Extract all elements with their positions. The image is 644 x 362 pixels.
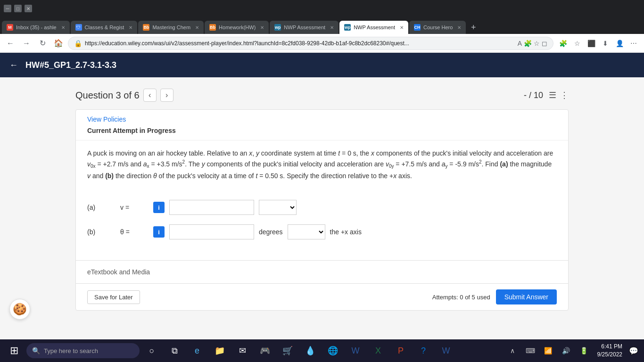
refresh-button[interactable]: ↻ [36,37,49,50]
url-text: https://education.wiley.com/was/ui/v2/as… [85,40,515,47]
amazon-button[interactable]: 🛒 [277,340,298,361]
tab-close-nwp2[interactable]: ✕ [400,25,404,30]
browser-actions: 🧩 ☆ ⬛ ⬇ 👤 ⋯ [556,37,640,50]
main-content: Question 3 of 6 ‹ › - / 10 ☰ ⋮ View Poli… [0,77,644,339]
view-policies-link[interactable]: View Policies [76,110,568,125]
submit-answer-button[interactable]: Submit Answer [496,289,557,304]
profile-btn[interactable]: 👤 [613,37,626,50]
tab-bar: M Inbox (35) - ashle ✕ 🛡 Classes & Regis… [0,17,644,34]
powerpoint-button[interactable]: P [390,340,411,361]
save-for-later-button[interactable]: Save for Later [87,290,140,304]
answer-area: (a) v = i m/s km/h ft/s (b) θ = i [76,192,568,260]
part-b-row: (b) θ = i degrees above below the +x axi… [87,224,557,239]
problem-line1: A puck is moving on an air hockey table.… [87,148,557,181]
part-b-info-button[interactable]: i [153,226,165,238]
start-button[interactable]: ⊞ [4,340,25,361]
clock-time: 6:41 PM [597,343,622,351]
extensions-btn[interactable]: 🧩 [556,37,570,50]
app-title: HW#5_GP1_2.7-3.1-3.3 [25,60,116,70]
menu-btn[interactable]: ⋯ [627,37,640,50]
nwp1-favicon: wp [274,24,281,31]
list-icon[interactable]: ☰ [549,90,556,100]
dropbox-button[interactable]: 💧 [300,340,321,361]
extensions-icon[interactable]: 🧩 [524,40,532,47]
app-back-button[interactable]: ← [9,60,18,70]
app-header: ← HW#5_GP1_2.7-3.1-3.3 [0,53,644,77]
cookie-icon[interactable]: 🍪 [9,299,30,320]
part-a-input[interactable] [169,200,254,215]
home-button[interactable]: 🏠 [52,37,65,50]
prev-question-button[interactable]: ‹ [143,89,157,102]
question-label: Question 3 of 6 [75,90,140,101]
battery-icon[interactable]: 🔋 [576,340,593,361]
new-tab-button[interactable]: + [467,21,480,34]
favorites-icon[interactable]: ☆ [534,40,540,47]
help-button[interactable]: ? [413,340,434,361]
tab-classes[interactable]: 🛡 Classes & Regist ✕ [71,21,138,34]
part-b-variable: θ = [120,228,149,236]
tab-close-homework[interactable]: ✕ [260,25,264,30]
collections-btn[interactable]: ⬛ [585,37,598,50]
nwp2-favicon: wp [344,24,351,31]
tab-close-classes[interactable]: ✕ [129,25,132,30]
content-card: View Policies Current Attempt in Progres… [75,109,569,311]
clock-date: 9/25/2022 [597,351,622,359]
notification-icon[interactable]: 💬 [627,346,640,355]
degrees-label: degrees [259,228,283,236]
reading-mode-icon[interactable]: A [518,40,522,47]
etextbook-label: eTextbook and Media [87,268,150,276]
tab-label: Homework(HW) [219,25,256,30]
forward-button[interactable]: → [20,37,33,50]
brave-button[interactable]: 🌐 [322,340,343,361]
back-button[interactable]: ← [4,37,17,50]
excel-button[interactable]: X [368,340,388,361]
address-bar[interactable]: 🔒 https://education.wiley.com/was/ui/v2/… [68,37,553,50]
attempts-text: Attempts: 0 of 5 used [432,294,490,301]
etextbook-row[interactable]: eTextbook and Media [76,260,568,283]
mastering-favicon: Bb [143,24,149,31]
part-b-direction-select[interactable]: above below [288,224,325,239]
minimize-btn[interactable]: ─ [4,5,11,12]
more-icon[interactable]: ⋮ [560,90,569,100]
network-icon[interactable]: 📶 [540,340,557,361]
cortana-button[interactable]: ○ [141,340,162,361]
part-b-input[interactable] [169,224,254,239]
taskbar-search-icon: 🔍 [32,347,40,354]
axis-label: the +x axis [330,228,362,236]
tab-label: Course Hero [423,25,453,30]
tab-close-coursehero[interactable]: ✕ [457,25,461,30]
tab-coursehero[interactable]: CH Course Hero ✕ [409,21,466,34]
part-a-info-button[interactable]: i [153,202,165,213]
mail-button[interactable]: ✉ [232,340,253,361]
part-a-unit-select[interactable]: m/s km/h ft/s [259,200,297,215]
tab-mastering[interactable]: Bb Mastering Chem ✕ [138,21,204,34]
tab-gmail[interactable]: M Inbox (35) - ashle ✕ [2,21,70,34]
explorer-button[interactable]: 📁 [209,340,230,361]
taskbar-search-bar[interactable]: 🔍 Type here to search [26,343,140,358]
keyboard-icon[interactable]: ⌨ [522,340,539,361]
close-btn[interactable]: ✕ [25,5,32,12]
word2-button[interactable]: W [436,340,456,361]
lock-icon: 🔒 [74,40,82,47]
collections-icon[interactable]: ◻ [542,40,547,47]
word-button[interactable]: W [345,340,366,361]
tab-homework[interactable]: Bb Homework(HW) ✕ [205,21,269,34]
maximize-btn[interactable]: □ [14,5,22,12]
current-attempt-label: Current Attempt in Progress [76,125,568,140]
tab-close-mastering[interactable]: ✕ [195,25,199,30]
edge-button[interactable]: e [187,340,207,361]
footer-right: Attempts: 0 of 5 used Submit Answer [432,289,557,304]
task-view-button[interactable]: ⧉ [164,340,185,361]
next-question-button[interactable]: › [160,89,173,102]
speaker-icon[interactable]: 🔊 [558,340,575,361]
favorites-btn[interactable]: ☆ [570,37,584,50]
show-hidden-icons[interactable]: ∧ [504,340,521,361]
tab-close-gmail[interactable]: ✕ [61,25,65,30]
tab-close-nwp1[interactable]: ✕ [330,25,334,30]
download-btn[interactable]: ⬇ [599,37,612,50]
question-score: - / 10 ☰ ⋮ [524,90,569,100]
tab-nwp1[interactable]: wp NWP Assessment ✕ [270,21,339,34]
taskbar-clock[interactable]: 6:41 PM 9/25/2022 [594,343,626,359]
ms-store-button[interactable]: 🎮 [255,340,275,361]
tab-nwp2[interactable]: wp NWP Assessment ✕ [339,21,408,34]
